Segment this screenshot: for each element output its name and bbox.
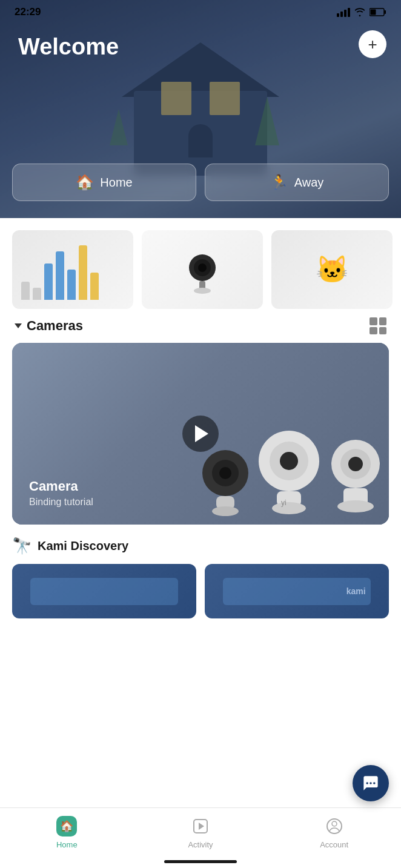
- home-house-icon: 🏠: [60, 820, 73, 833]
- svg-point-21: [348, 457, 363, 471]
- discovery-card-2-content: kami: [223, 578, 370, 605]
- cam-device-large-center: yi: [250, 422, 328, 518]
- chart-bar: [56, 251, 64, 300]
- cam-device-ptz-right: [322, 434, 389, 518]
- home-mode-label: Home: [100, 176, 132, 190]
- cat-icon: 🐱: [316, 254, 349, 285]
- discovery-cards: kami: [12, 564, 389, 618]
- camera-device-container: [142, 230, 263, 309]
- wifi-icon: [354, 7, 366, 17]
- chart-visualization: [12, 230, 133, 309]
- tutorial-text: Camera Binding tutorial: [29, 479, 93, 508]
- discovery-header: 🔭 Kami Discovery: [12, 537, 389, 555]
- svg-point-5: [198, 263, 207, 272]
- svg-point-15: [280, 452, 298, 470]
- chart-bar: [21, 282, 30, 300]
- activity-nav-icon-wrap: [190, 815, 211, 837]
- bottom-nav: 🏠 Home Activity Account: [0, 807, 401, 868]
- camera-cat-container: 🐱: [271, 230, 393, 309]
- svg-point-10: [219, 467, 231, 479]
- svg-point-17: [272, 502, 306, 514]
- away-mode-icon: 🏃: [270, 174, 288, 191]
- cam-device-small-left: [195, 440, 256, 518]
- cameras-section-header: Cameras: [0, 315, 401, 343]
- home-indicator: [164, 860, 237, 863]
- discovery-card-2[interactable]: kami: [205, 564, 389, 618]
- discovery-section: 🔭 Kami Discovery kami: [0, 537, 401, 628]
- account-nav-icon: [324, 816, 345, 837]
- grid-view-button[interactable]: [370, 317, 386, 334]
- chart-bar: [90, 273, 99, 300]
- svg-rect-2: [371, 10, 376, 15]
- telescope-icon: 🔭: [12, 537, 31, 555]
- nav-item-activity[interactable]: Activity: [134, 815, 268, 849]
- tutorial-title: Camera: [29, 479, 93, 494]
- tutorial-subtitle: Binding tutorial: [29, 497, 93, 508]
- svg-point-12: [212, 506, 239, 516]
- hero-section: Welcome + 🏠 Home 🏃 Away: [0, 0, 401, 218]
- status-bar: 22:29: [0, 0, 401, 22]
- svg-point-30: [332, 821, 337, 826]
- camera-strip: 🐱: [0, 218, 401, 315]
- hero-title: Welcome: [18, 34, 119, 60]
- chart-bar: [67, 270, 76, 300]
- camera-thumb-1[interactable]: [12, 230, 133, 309]
- chart-bar: [44, 263, 53, 300]
- nav-item-home[interactable]: 🏠 Home: [0, 815, 134, 849]
- cameras-section-title: Cameras: [27, 318, 83, 334]
- home-mode-icon: 🏠: [76, 174, 94, 191]
- chat-icon: [362, 775, 379, 792]
- status-icons: [337, 7, 386, 17]
- svg-point-25: [370, 782, 372, 784]
- nav-item-account[interactable]: Account: [267, 815, 401, 849]
- home-nav-active-bg: 🏠: [56, 816, 77, 837]
- activity-nav-icon: [190, 816, 211, 837]
- nav-label-home: Home: [56, 840, 78, 849]
- svg-point-7: [194, 288, 211, 294]
- svg-marker-28: [199, 823, 204, 830]
- tutorial-card[interactable]: yi Camera Binding tutorial: [12, 343, 389, 525]
- camera-device-svg: [184, 242, 220, 297]
- camera-thumb-2[interactable]: [142, 230, 263, 309]
- battery-icon: [370, 7, 386, 17]
- status-time: 22:29: [15, 6, 41, 18]
- svg-point-23: [337, 500, 374, 512]
- add-button[interactable]: +: [359, 30, 386, 58]
- chart-bar: [33, 288, 41, 300]
- camera-thumb-3[interactable]: 🐱: [271, 230, 393, 309]
- discovery-card-1[interactable]: [12, 564, 196, 618]
- discovery-card-1-content: [30, 578, 177, 605]
- svg-rect-1: [385, 10, 386, 14]
- cameras-tutorial-illustration: yi: [171, 355, 389, 525]
- chat-fab-button[interactable]: [353, 765, 389, 801]
- home-mode-button[interactable]: 🏠 Home: [12, 164, 196, 201]
- svg-point-26: [373, 782, 376, 784]
- svg-text:yi: yi: [281, 499, 287, 507]
- discovery-card-2-inner: kami: [205, 564, 389, 618]
- cameras-chevron-icon[interactable]: [15, 323, 22, 328]
- discovery-title-wrap: 🔭 Kami Discovery: [12, 537, 128, 555]
- mode-buttons: 🏠 Home 🏃 Away: [12, 164, 389, 201]
- home-nav-icon-wrap: 🏠: [56, 815, 78, 837]
- signal-icon: [337, 8, 350, 17]
- away-mode-label: Away: [294, 176, 324, 190]
- nav-label-activity: Activity: [188, 840, 213, 849]
- discovery-title: Kami Discovery: [38, 539, 128, 553]
- svg-point-24: [366, 782, 368, 784]
- account-nav-icon-wrap: [323, 815, 345, 837]
- nav-label-account: Account: [320, 840, 348, 849]
- cameras-header-left: Cameras: [15, 318, 83, 334]
- chart-bar: [79, 245, 87, 300]
- discovery-card-1-inner: [12, 564, 196, 618]
- away-mode-button[interactable]: 🏃 Away: [205, 164, 389, 201]
